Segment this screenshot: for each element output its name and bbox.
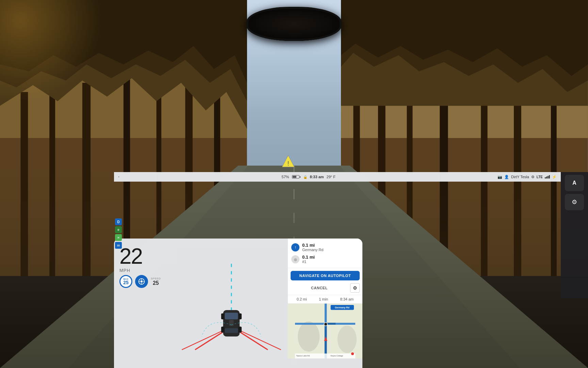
svg-point-32	[141, 280, 143, 283]
bluetooth-icon: ⚡	[552, 175, 557, 179]
speed-unit: MPH	[119, 268, 170, 273]
right-panel-btn-a[interactable]: A	[565, 175, 584, 191]
speed-set-label: SPEED	[151, 277, 161, 280]
temperature-display: 29° F	[327, 175, 336, 179]
nav-primary-text: 0.1 mi Germany Rd	[302, 243, 359, 252]
nav-primary-dist: 0.1 mi	[302, 243, 359, 248]
user-name: DirtY Tesla	[511, 175, 529, 179]
svg-rect-45	[225, 328, 238, 333]
svg-point-52	[298, 321, 320, 352]
car-svg-container	[175, 239, 288, 358]
nav-map[interactable]: Germany Rd Tipsico Lake Rd Keyes Cottage	[288, 304, 362, 358]
lock-icon: 🔒	[303, 175, 307, 179]
svg-rect-49	[238, 327, 242, 333]
speed-display: 22	[119, 245, 170, 267]
user-icon: 👤	[504, 175, 509, 179]
cancel-button[interactable]: CANCEL	[291, 284, 348, 292]
settings-icon-right: ⚙	[572, 198, 577, 206]
svg-rect-44	[225, 313, 238, 319]
nav-directions: ↑ 0.1 mi Germany Rd ◎ 0.1 mi	[288, 239, 362, 268]
drive-mode-badges: D D H 3D	[115, 218, 122, 249]
time-display: 8:33 am	[310, 175, 324, 179]
badge-hold: H	[115, 234, 122, 241]
dashboard: 22 MPH MAX 25	[114, 239, 362, 368]
nav-summary: 0.2 mi 1 min 8:34 am	[288, 295, 362, 304]
svg-rect-46	[221, 313, 225, 319]
nav-secondary-dist: 0.1 mi	[302, 255, 359, 260]
badge-d: D	[115, 218, 122, 225]
autopilot-badge[interactable]	[135, 275, 148, 288]
right-panel-btn-settings[interactable]: ⚙	[565, 194, 584, 210]
svg-rect-57	[325, 325, 327, 358]
speed-set-value: 25	[153, 280, 159, 286]
status-left: ·	[118, 174, 119, 180]
rearview-mirror	[246, 7, 342, 41]
navigate-autopilot-button[interactable]: NAVIGATE ON AUTOPILOT	[291, 271, 360, 280]
speed-controls: MAX 25	[119, 275, 170, 288]
status-right: 📷 👤 DirtY Tesla ⚙ LTE ⚡	[497, 175, 557, 179]
btn-a-label: A	[572, 180, 576, 186]
speed-limit-value: 25	[123, 280, 129, 285]
badge-regen: D	[115, 226, 122, 233]
summary-eta: 8:34 am	[340, 297, 354, 301]
status-dot: ·	[118, 174, 119, 180]
svg-rect-48	[221, 327, 225, 333]
svg-text:Keyes Cottage: Keyes Cottage	[331, 355, 343, 357]
summary-distance: 0.2 mi	[297, 297, 307, 301]
warning-sign: !	[281, 155, 295, 170]
svg-point-53	[338, 325, 357, 353]
speed-limit-badge: MAX 25	[119, 275, 132, 288]
signal-bars	[545, 175, 550, 179]
nav-panel: ↑ 0.1 mi Germany Rd ◎ 0.1 mi	[288, 239, 362, 358]
camera-icon: 📷	[497, 175, 502, 179]
nav-direction-secondary: ◎ 0.1 mi #1	[291, 253, 359, 265]
svg-point-59	[324, 323, 327, 326]
svg-text:Tipsico Lake Rd: Tipsico Lake Rd	[296, 355, 310, 357]
battery-pct: 57%	[282, 175, 289, 179]
instrument-area: 22 MPH MAX 25	[114, 239, 362, 358]
nav-btn-row: CANCEL ⚙	[288, 283, 362, 295]
svg-point-65	[351, 352, 354, 355]
lte-label: LTE	[537, 175, 543, 179]
settings-icon: ⚙	[531, 175, 535, 179]
svg-rect-50	[229, 320, 234, 326]
battery-icon	[292, 175, 300, 179]
phone-status-bar: · 57% 🔒 8:33 am 29° F 📷 👤 DirtY Tesla ⚙ …	[114, 172, 561, 182]
sun-glow	[0, 0, 102, 102]
nav-turn-icon: ↑	[291, 243, 299, 251]
svg-text:!: !	[287, 160, 289, 167]
car-visualization	[175, 239, 288, 358]
nav-settings-button[interactable]: ⚙	[350, 283, 360, 293]
right-panel: A ⚙	[561, 172, 588, 298]
status-center: 57% 🔒 8:33 am 29° F	[282, 175, 336, 179]
root: ! · 57% 🔒 8:33 am 29° F 📷 👤 DirtY Tesla …	[0, 0, 588, 368]
nav-secondary-street: #1	[302, 260, 359, 264]
speed-cluster: 22 MPH MAX 25	[114, 239, 175, 358]
badge-3d: 3D	[115, 242, 122, 249]
nav-secondary-text: 0.1 mi #1	[302, 255, 359, 264]
speed-set: SPEED 25	[151, 277, 161, 286]
svg-text:Germany Rd: Germany Rd	[335, 306, 349, 309]
nav-secondary-icon: ◎	[291, 255, 299, 263]
nav-direction-primary: ↑ 0.1 mi Germany Rd	[291, 241, 359, 253]
speed-value: 22	[119, 245, 142, 267]
nav-primary-street: Germany Rd	[302, 248, 359, 252]
svg-rect-47	[238, 313, 242, 319]
summary-time: 1 min	[319, 297, 328, 301]
